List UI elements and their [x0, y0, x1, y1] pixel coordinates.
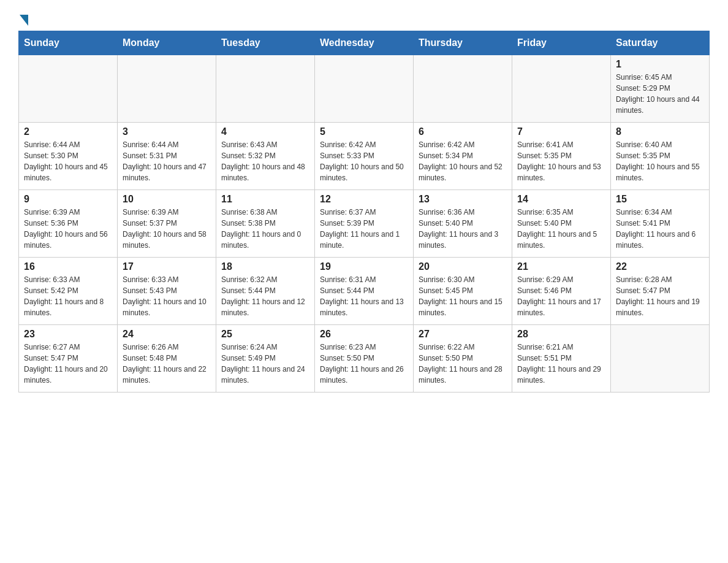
header-cell-monday: Monday [118, 31, 216, 55]
day-number: 15 [616, 194, 704, 205]
day-number: 19 [320, 261, 408, 272]
day-number: 27 [419, 329, 507, 340]
calendar-cell: 27Sunrise: 6:22 AM Sunset: 5:50 PM Dayli… [414, 325, 512, 393]
day-number: 7 [517, 126, 605, 137]
logo [18, 12, 29, 21]
calendar-cell: 1Sunrise: 6:45 AM Sunset: 5:29 PM Daylig… [611, 55, 710, 123]
day-info: Sunrise: 6:26 AM Sunset: 5:48 PM Dayligh… [123, 342, 211, 386]
calendar-cell: 4Sunrise: 6:43 AM Sunset: 5:32 PM Daylig… [216, 123, 315, 190]
day-number: 4 [221, 126, 309, 137]
calendar-week-1: 2Sunrise: 6:44 AM Sunset: 5:30 PM Daylig… [19, 123, 710, 190]
calendar-cell: 5Sunrise: 6:42 AM Sunset: 5:33 PM Daylig… [315, 123, 414, 190]
calendar-cell [414, 55, 512, 123]
day-number: 22 [616, 261, 704, 272]
day-info: Sunrise: 6:32 AM Sunset: 5:44 PM Dayligh… [221, 274, 309, 318]
day-info: Sunrise: 6:39 AM Sunset: 5:37 PM Dayligh… [123, 207, 211, 251]
day-number: 16 [24, 261, 112, 272]
day-info: Sunrise: 6:40 AM Sunset: 5:35 PM Dayligh… [616, 139, 704, 183]
day-info: Sunrise: 6:39 AM Sunset: 5:36 PM Dayligh… [24, 207, 112, 251]
day-number: 11 [221, 194, 309, 205]
day-info: Sunrise: 6:37 AM Sunset: 5:39 PM Dayligh… [320, 207, 408, 251]
header-cell-saturday: Saturday [611, 31, 710, 55]
calendar-week-2: 9Sunrise: 6:39 AM Sunset: 5:36 PM Daylig… [19, 190, 710, 258]
calendar-cell [19, 55, 118, 123]
calendar-cell [512, 55, 611, 123]
calendar-table: SundayMondayTuesdayWednesdayThursdayFrid… [18, 31, 710, 393]
day-number: 18 [221, 261, 309, 272]
calendar-cell: 8Sunrise: 6:40 AM Sunset: 5:35 PM Daylig… [611, 123, 710, 190]
day-number: 13 [419, 194, 507, 205]
day-info: Sunrise: 6:44 AM Sunset: 5:31 PM Dayligh… [123, 139, 211, 183]
calendar-cell: 25Sunrise: 6:24 AM Sunset: 5:49 PM Dayli… [216, 325, 315, 393]
day-number: 5 [320, 126, 408, 137]
calendar-cell: 24Sunrise: 6:26 AM Sunset: 5:48 PM Dayli… [118, 325, 216, 393]
calendar-cell: 3Sunrise: 6:44 AM Sunset: 5:31 PM Daylig… [118, 123, 216, 190]
calendar-cell: 7Sunrise: 6:41 AM Sunset: 5:35 PM Daylig… [512, 123, 611, 190]
day-info: Sunrise: 6:43 AM Sunset: 5:32 PM Dayligh… [221, 139, 309, 183]
header-cell-friday: Friday [512, 31, 611, 55]
day-info: Sunrise: 6:24 AM Sunset: 5:49 PM Dayligh… [221, 342, 309, 386]
header-cell-wednesday: Wednesday [315, 31, 414, 55]
calendar-cell [216, 55, 315, 123]
day-number: 8 [616, 126, 704, 137]
day-number: 1 [616, 59, 704, 70]
day-info: Sunrise: 6:44 AM Sunset: 5:30 PM Dayligh… [24, 139, 112, 183]
day-info: Sunrise: 6:41 AM Sunset: 5:35 PM Dayligh… [517, 139, 605, 183]
header-cell-thursday: Thursday [414, 31, 512, 55]
day-info: Sunrise: 6:28 AM Sunset: 5:47 PM Dayligh… [616, 274, 704, 318]
day-info: Sunrise: 6:42 AM Sunset: 5:33 PM Dayligh… [320, 139, 408, 183]
day-info: Sunrise: 6:45 AM Sunset: 5:29 PM Dayligh… [616, 72, 704, 116]
day-info: Sunrise: 6:42 AM Sunset: 5:34 PM Dayligh… [419, 139, 507, 183]
day-info: Sunrise: 6:38 AM Sunset: 5:38 PM Dayligh… [221, 207, 309, 251]
calendar-cell: 23Sunrise: 6:27 AM Sunset: 5:47 PM Dayli… [19, 325, 118, 393]
calendar-cell [611, 325, 710, 393]
day-info: Sunrise: 6:34 AM Sunset: 5:41 PM Dayligh… [616, 207, 704, 251]
calendar-cell: 10Sunrise: 6:39 AM Sunset: 5:37 PM Dayli… [118, 190, 216, 258]
day-info: Sunrise: 6:30 AM Sunset: 5:45 PM Dayligh… [419, 274, 507, 318]
calendar-cell: 12Sunrise: 6:37 AM Sunset: 5:39 PM Dayli… [315, 190, 414, 258]
day-number: 20 [419, 261, 507, 272]
day-info: Sunrise: 6:29 AM Sunset: 5:46 PM Dayligh… [517, 274, 605, 318]
calendar-cell: 19Sunrise: 6:31 AM Sunset: 5:44 PM Dayli… [315, 258, 414, 325]
day-info: Sunrise: 6:35 AM Sunset: 5:40 PM Dayligh… [517, 207, 605, 251]
day-number: 23 [24, 329, 112, 340]
day-number: 28 [517, 329, 605, 340]
calendar-cell: 20Sunrise: 6:30 AM Sunset: 5:45 PM Dayli… [414, 258, 512, 325]
calendar-cell: 26Sunrise: 6:23 AM Sunset: 5:50 PM Dayli… [315, 325, 414, 393]
logo-text [18, 12, 29, 23]
calendar-cell: 16Sunrise: 6:33 AM Sunset: 5:42 PM Dayli… [19, 258, 118, 325]
calendar-cell: 14Sunrise: 6:35 AM Sunset: 5:40 PM Dayli… [512, 190, 611, 258]
calendar-week-4: 23Sunrise: 6:27 AM Sunset: 5:47 PM Dayli… [19, 325, 710, 393]
calendar-cell: 15Sunrise: 6:34 AM Sunset: 5:41 PM Dayli… [611, 190, 710, 258]
logo-arrow-icon [20, 15, 28, 26]
day-number: 2 [24, 126, 112, 137]
calendar-header: SundayMondayTuesdayWednesdayThursdayFrid… [19, 31, 710, 55]
header-cell-sunday: Sunday [19, 31, 118, 55]
calendar-cell: 11Sunrise: 6:38 AM Sunset: 5:38 PM Dayli… [216, 190, 315, 258]
calendar-cell: 13Sunrise: 6:36 AM Sunset: 5:40 PM Dayli… [414, 190, 512, 258]
calendar-body: 1Sunrise: 6:45 AM Sunset: 5:29 PM Daylig… [19, 55, 710, 393]
calendar-cell: 18Sunrise: 6:32 AM Sunset: 5:44 PM Dayli… [216, 258, 315, 325]
day-number: 9 [24, 194, 112, 205]
calendar-cell: 28Sunrise: 6:21 AM Sunset: 5:51 PM Dayli… [512, 325, 611, 393]
header-row: SundayMondayTuesdayWednesdayThursdayFrid… [19, 31, 710, 55]
calendar-cell [118, 55, 216, 123]
calendar-cell: 17Sunrise: 6:33 AM Sunset: 5:43 PM Dayli… [118, 258, 216, 325]
day-number: 17 [123, 261, 211, 272]
calendar-cell: 21Sunrise: 6:29 AM Sunset: 5:46 PM Dayli… [512, 258, 611, 325]
day-number: 26 [320, 329, 408, 340]
day-info: Sunrise: 6:31 AM Sunset: 5:44 PM Dayligh… [320, 274, 408, 318]
calendar-week-0: 1Sunrise: 6:45 AM Sunset: 5:29 PM Daylig… [19, 55, 710, 123]
day-info: Sunrise: 6:36 AM Sunset: 5:40 PM Dayligh… [419, 207, 507, 251]
day-info: Sunrise: 6:27 AM Sunset: 5:47 PM Dayligh… [24, 342, 112, 386]
calendar-cell: 2Sunrise: 6:44 AM Sunset: 5:30 PM Daylig… [19, 123, 118, 190]
day-number: 14 [517, 194, 605, 205]
page-header [18, 12, 710, 21]
day-number: 6 [419, 126, 507, 137]
day-number: 12 [320, 194, 408, 205]
calendar-cell: 9Sunrise: 6:39 AM Sunset: 5:36 PM Daylig… [19, 190, 118, 258]
day-number: 25 [221, 329, 309, 340]
day-info: Sunrise: 6:21 AM Sunset: 5:51 PM Dayligh… [517, 342, 605, 386]
calendar-cell: 22Sunrise: 6:28 AM Sunset: 5:47 PM Dayli… [611, 258, 710, 325]
day-number: 21 [517, 261, 605, 272]
